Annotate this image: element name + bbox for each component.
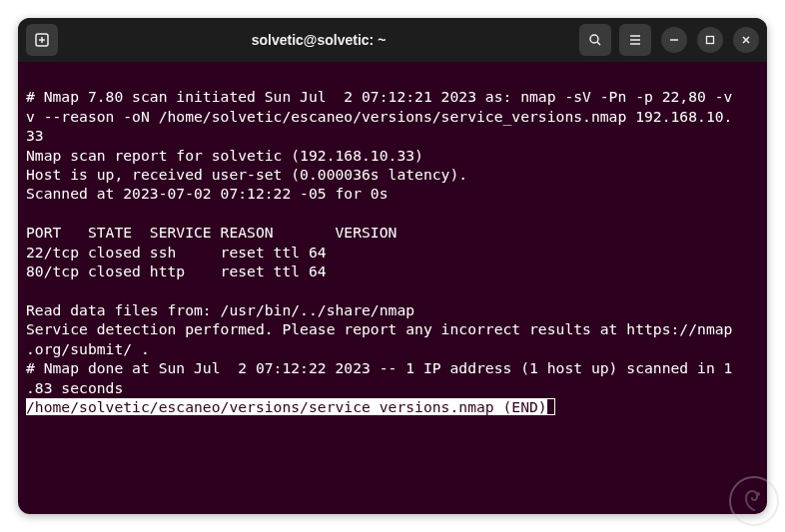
term-line: # Nmap 7.80 scan initiated Sun Jul 2 07:… [26,88,732,105]
svg-rect-2 [707,37,714,44]
term-line: 80/tcp closed http reset ttl 64 [26,263,327,279]
close-button[interactable] [733,27,759,53]
term-line: v --reason -oN /home/solvetic/escaneo/ve… [26,108,732,125]
term-line: Read data files from: /usr/bin/../share/… [26,301,414,318]
titlebar: solvetic@solvetic: ~ [18,18,767,62]
term-line: Nmap scan report for solvetic (192.168.1… [26,147,423,164]
titlebar-right [579,24,759,56]
svg-point-1 [590,35,598,43]
new-tab-button[interactable] [26,24,58,56]
term-line: Scanned at 2023-07-02 07:12:22 -05 for 0… [26,185,389,202]
term-line: 22/tcp closed ssh reset ttl 64 [26,244,327,261]
maximize-button[interactable] [697,27,723,53]
term-line: .83 seconds [26,379,123,396]
watermark-icon [729,476,779,526]
term-line: # Nmap done at Sun Jul 2 07:12:22 2023 -… [26,359,732,376]
pager-status: /home/solvetic/escaneo/versions/service_… [26,398,547,415]
svg-point-3 [756,492,760,496]
term-line: Service detection performed. Please repo… [26,320,732,337]
terminal-content[interactable]: # Nmap 7.80 scan initiated Sun Jul 2 07:… [18,62,767,442]
term-line: 33 [26,127,44,144]
cursor-icon [546,398,555,415]
minimize-button[interactable] [661,27,687,53]
term-line: .org/submit/ . [26,340,150,357]
term-line: Host is up, received user-set (0.000036s… [26,166,467,183]
menu-button[interactable] [619,24,651,56]
search-button[interactable] [579,24,611,56]
term-line: PORT STATE SERVICE REASON VERSION [26,224,396,241]
terminal-window: solvetic@solvetic: ~ # Nmap 7.80 scan in… [18,18,767,514]
window-title: solvetic@solvetic: ~ [58,32,579,48]
